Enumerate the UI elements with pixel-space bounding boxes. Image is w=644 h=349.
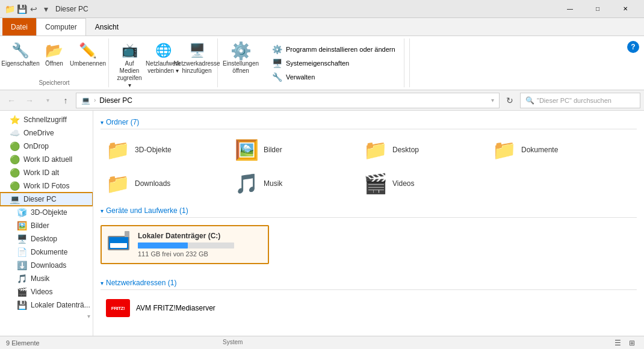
netzwerk-section-header[interactable]: Netzwerkadressen (1) bbox=[101, 279, 637, 290]
folder-bilder-icon: 🖼️ bbox=[235, 138, 259, 161]
bilder-sidebar-icon: 🖼️ bbox=[17, 221, 27, 230]
ribbon-group-system: ⚙️ Einstellungenöffnen ⚙️ Programm deins… bbox=[218, 39, 410, 87]
verwalten-item[interactable]: 🔧 Verwalten bbox=[270, 71, 398, 83]
netzlaufwerk-icon: 🌐 bbox=[155, 41, 172, 60]
systemeigenschaften-item[interactable]: 🖥️ Systemeigenschaften bbox=[270, 57, 398, 69]
folder-desktop-label: Desktop bbox=[392, 146, 419, 154]
umbenennen-button[interactable]: ✏️ Umbenennen bbox=[72, 39, 104, 70]
einstellungen-icon: ⚙️ bbox=[231, 41, 252, 60]
minimize-button[interactable]: — bbox=[556, 0, 584, 18]
eigenschaften-button[interactable]: 🔧 Eigenschaften bbox=[5, 39, 36, 70]
netzwerkadresse-icon: 🖥️ bbox=[189, 41, 205, 60]
address-box[interactable]: 💻 › Dieser PC ▾ bbox=[76, 93, 500, 108]
view-icons-button[interactable]: ⊞ bbox=[626, 337, 638, 349]
einstellungen-button[interactable]: ⚙️ Einstellungenöffnen bbox=[223, 39, 259, 77]
sidebar: ⭐ Schnellzugriff ☁️ OneDrive 🟢 OnDrop 🟢 … bbox=[0, 111, 93, 336]
sidebar-item-dokumente[interactable]: 📄 Dokumente bbox=[0, 246, 93, 259]
sidebar-item-3d-objekte[interactable]: 🧊 3D-Objekte bbox=[0, 206, 93, 219]
programm-item[interactable]: ⚙️ Programm deinstallieren oder ändern bbox=[270, 43, 398, 55]
breadcrumb-expand[interactable]: ▾ bbox=[491, 97, 494, 103]
folder-item-videos[interactable]: 🎬 Videos bbox=[358, 168, 485, 199]
view-details-button[interactable]: ☰ bbox=[611, 337, 624, 349]
netzwerkadresse-button[interactable]: 🖥️ Netzwerkadressehinzufügen bbox=[181, 39, 212, 77]
undo-icon[interactable]: ↩ bbox=[29, 4, 39, 14]
3d-objekte-sidebar-label: 3D-Objekte bbox=[31, 208, 67, 217]
drives-container: Lokaler Datenträger (C:) 111 GB frei von… bbox=[101, 223, 637, 271]
umbenennen-icon: ✏️ bbox=[79, 41, 97, 60]
drive-c-icon bbox=[108, 231, 132, 258]
folder-item-musik[interactable]: 🎵 Musik bbox=[229, 168, 356, 199]
lokaler-daten-sidebar-label: Lokaler Datenträ... bbox=[31, 301, 90, 309]
umbenennen-label: Umbenennen bbox=[70, 60, 106, 67]
work-id-aktuell-label: Work ID aktuell bbox=[23, 155, 72, 164]
drive-item-c[interactable]: Lokaler Datenträger (C:) 111 GB frei von… bbox=[101, 225, 269, 264]
work-id-alt-label: Work ID alt bbox=[23, 168, 59, 177]
status-count: 9 Elemente bbox=[6, 339, 40, 347]
main-layout: ⭐ Schnellzugriff ☁️ OneDrive 🟢 OnDrop 🟢 … bbox=[0, 111, 644, 336]
search-box[interactable]: 🔍 "Dieser PC" durchsuchen bbox=[520, 93, 640, 108]
window-controls: — □ ✕ bbox=[556, 0, 639, 18]
titlebar: 📁 💾 ↩ ▾ Dieser PC — □ ✕ bbox=[0, 0, 644, 18]
sidebar-item-desktop[interactable]: 🖥️ Desktop bbox=[0, 232, 93, 246]
ondrop-icon: 🟢 bbox=[10, 141, 20, 151]
sidebar-item-work-id-alt[interactable]: 🟢 Work ID alt bbox=[0, 166, 93, 179]
fritz-label: AVM FRITZ!Mediaserver bbox=[136, 304, 215, 312]
sidebar-item-dieser-pc[interactable]: 💻 Dieser PC bbox=[0, 193, 93, 206]
oeffnen-button[interactable]: 📂 Öffnen bbox=[39, 39, 70, 70]
dieser-pc-icon: 💻 bbox=[10, 194, 20, 204]
search-placeholder: "Dieser PC" durchsuchen bbox=[537, 97, 611, 104]
eigenschaften-icon: 🔧 bbox=[11, 41, 29, 60]
folder-item-3d-objekte[interactable]: 📁 3D-Objekte bbox=[101, 134, 227, 165]
sidebar-item-onedrive[interactable]: ☁️ OneDrive bbox=[0, 126, 93, 140]
folder-item-dokumente[interactable]: 📁 Dokumente bbox=[487, 134, 613, 165]
network-item-fritz[interactable]: FRITZ! AVM FRITZ!Mediaserver bbox=[101, 295, 637, 321]
close-button[interactable]: ✕ bbox=[611, 0, 639, 18]
desktop-sidebar-icon: 🖥️ bbox=[17, 234, 27, 244]
dropdown-icon[interactable]: ▾ bbox=[41, 4, 51, 14]
tab-computer[interactable]: Computer bbox=[36, 18, 86, 36]
statusbar: 9 Elemente ☰ ⊞ bbox=[0, 336, 644, 349]
ribbon-group-speicherort: 🔧 Eigenschaften 📂 Öffnen ✏️ Umbenennen S… bbox=[0, 39, 109, 87]
search-icon: 🔍 bbox=[525, 96, 534, 105]
folder-downloads-icon: 📁 bbox=[106, 172, 130, 195]
verwalten-label: Verwalten bbox=[286, 73, 315, 81]
sidebar-item-work-id-aktuell[interactable]: 🟢 Work ID aktuell bbox=[0, 153, 93, 166]
folder-item-desktop[interactable]: 📁 Desktop bbox=[358, 134, 485, 165]
schnellzugriff-icon: ⭐ bbox=[10, 115, 20, 125]
folder-bilder-label: Bilder bbox=[264, 146, 282, 154]
folder-grid: 📁 3D-Objekte 🖼️ Bilder 📁 Desktop 📁 Dokum… bbox=[101, 134, 637, 199]
sidebar-scroll-down[interactable]: ▾ bbox=[87, 313, 90, 320]
ordner-section-header[interactable]: Ordner (7) bbox=[101, 118, 637, 129]
eigenschaften-label: Eigenschaften bbox=[1, 60, 39, 67]
statusbar-right: ☰ ⊞ bbox=[611, 337, 638, 349]
folder-item-bilder[interactable]: 🖼️ Bilder bbox=[229, 134, 356, 165]
sidebar-item-videos[interactable]: 🎬 Videos bbox=[0, 285, 93, 298]
sidebar-item-lokaler-daten[interactable]: 💾 Lokaler Datenträ... bbox=[0, 298, 93, 312]
save-icon[interactable]: 💾 bbox=[17, 4, 26, 14]
tab-datei[interactable]: Datei bbox=[2, 18, 36, 36]
sidebar-item-ondrop[interactable]: 🟢 OnDrop bbox=[0, 140, 93, 153]
sidebar-item-schnellzugriff[interactable]: ⭐ Schnellzugriff bbox=[0, 113, 93, 126]
ondrop-label: OnDrop bbox=[23, 142, 49, 150]
help-button[interactable]: ? bbox=[627, 41, 639, 53]
folder-musik-icon: 🎵 bbox=[235, 172, 259, 195]
sidebar-item-bilder[interactable]: 🖼️ Bilder bbox=[0, 219, 93, 232]
sidebar-item-musik[interactable]: 🎵 Musik bbox=[0, 272, 93, 285]
tab-ansicht[interactable]: Ansicht bbox=[86, 18, 128, 36]
back-button[interactable]: ← bbox=[4, 93, 19, 108]
geraete-section-header[interactable]: Geräte und Laufwerke (1) bbox=[101, 206, 637, 218]
medien-button[interactable]: 📺 Auf Medienzugreifen ▾ bbox=[114, 39, 145, 91]
systemeigenschaften-icon: 🖥️ bbox=[272, 58, 282, 68]
window-icon: 📁 bbox=[5, 4, 14, 14]
svg-rect-3 bbox=[110, 238, 127, 243]
maximize-button[interactable]: □ bbox=[584, 0, 611, 18]
up-button[interactable]: ↑ bbox=[58, 93, 73, 108]
addressbar: ← → ▾ ↑ 💻 › Dieser PC ▾ ↻ 🔍 "Dieser PC" … bbox=[0, 90, 644, 111]
refresh-button[interactable]: ↻ bbox=[502, 93, 518, 108]
dropdown-recent-button[interactable]: ▾ bbox=[40, 93, 55, 108]
forward-button[interactable]: → bbox=[22, 93, 37, 108]
desktop-sidebar-label: Desktop bbox=[31, 235, 57, 243]
sidebar-item-work-id-fotos[interactable]: 🟢 Work ID Fotos bbox=[0, 179, 93, 193]
sidebar-item-downloads[interactable]: ⬇️ Downloads bbox=[0, 259, 93, 272]
folder-item-downloads[interactable]: 📁 Downloads bbox=[101, 168, 227, 199]
